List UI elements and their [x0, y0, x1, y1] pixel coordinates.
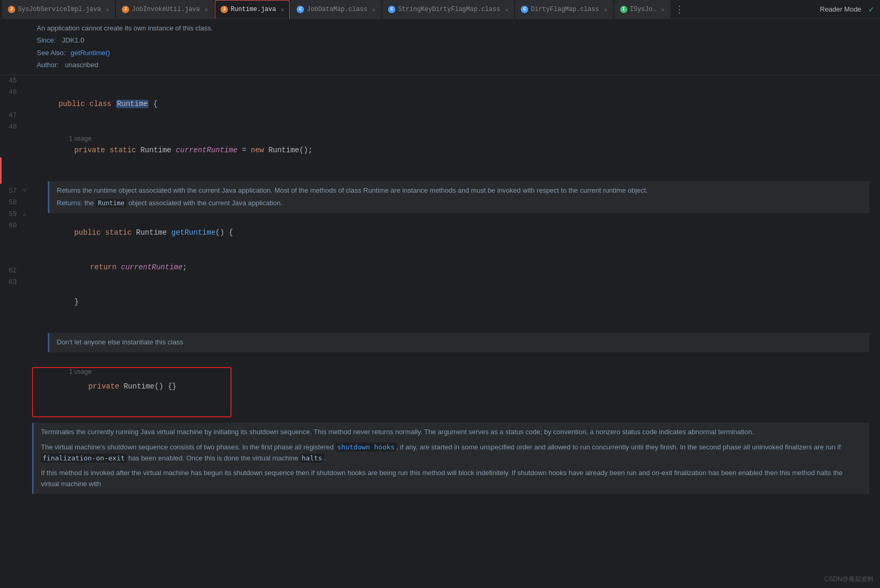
code-scroll-area: 45 46 47 48 57 ▽: [0, 75, 880, 496]
author-label: Author:: [37, 61, 59, 69]
tab-icon-isysjob: I: [620, 6, 627, 13]
tab-close-stringkey[interactable]: ✕: [505, 6, 509, 13]
tab-close-jobdata[interactable]: ✕: [372, 6, 376, 13]
tab-close-sysjob[interactable]: ✕: [106, 6, 109, 13]
code-line-57: public static Runtime getRuntime() {: [32, 215, 880, 250]
type-runtime-47: Runtime: [140, 146, 175, 154]
tab-runtime[interactable]: J Runtime.java ✕: [215, 0, 290, 19]
code-line-59: }: [32, 285, 880, 319]
see-also-link[interactable]: getRuntime(): [71, 49, 110, 57]
tab-close-runtime[interactable]: ✕: [281, 6, 285, 13]
line-num-47: 47: [0, 110, 21, 121]
tab-close-jobinvoke[interactable]: ✕: [205, 6, 208, 13]
line-entry-usage1: [0, 98, 29, 110]
tab-icon-dirtyflag: C: [521, 6, 528, 13]
close-brace-59: }: [74, 298, 78, 306]
tab-close-dirtyflag[interactable]: ✕: [604, 6, 607, 13]
tab-label-stringkey: StringKeyDirtyFlagMap.class: [398, 6, 500, 13]
shutdown-hooks-ref: shutdown hooks: [336, 443, 396, 452]
finalization-ref: finalization-on-exit: [41, 454, 127, 463]
kw-static-57: static: [105, 228, 136, 237]
doc-p3: If this method is invoked after the virt…: [41, 468, 862, 490]
line-entry-46: 46: [0, 87, 29, 98]
kw-public-57: public: [74, 228, 105, 237]
constructor-highlight-box: private Runtime() {}: [32, 367, 232, 417]
line-entry-doc1: [0, 133, 29, 185]
kw-static-47: static: [110, 146, 141, 154]
line-entry-60: 60: [0, 220, 29, 232]
tab-icon-stringkey: C: [388, 6, 395, 13]
punct-parens-47: ();: [299, 146, 312, 154]
line-num-57: 57: [0, 185, 21, 197]
line-num-59: 59: [0, 208, 21, 220]
tab-bar: J SysJobServiceImpl.java ✕ J JobInvokeUt…: [0, 0, 880, 19]
tab-isysjob[interactable]: I ISysJo… ✕: [614, 0, 671, 19]
line-num-62: 62: [0, 265, 21, 277]
tab-jobdata[interactable]: C JobDataMap.class ✕: [291, 0, 381, 19]
runtime-code-ref: Runtime: [96, 199, 127, 207]
tab-jobinvoke[interactable]: J JobInvokeUtil.java ✕: [116, 0, 214, 19]
keyword-public: public: [58, 100, 89, 108]
type-runtime-new: Runtime: [268, 146, 299, 154]
code-line-45: [32, 75, 880, 87]
tab-overflow-button[interactable]: ⋮: [672, 4, 687, 15]
kw-new-47: new: [251, 146, 269, 154]
tab-stringkey[interactable]: C StringKeyDirtyFlagMap.class ✕: [382, 0, 514, 19]
tab-close-isysjob[interactable]: ✕: [661, 6, 665, 13]
doc-block-2: Don't let anyone else instantiate this c…: [48, 333, 869, 352]
see-also-label: See Also:: [37, 49, 66, 57]
tab-icon-sysjob: J: [8, 6, 15, 13]
line-entry-usage2: [0, 254, 29, 265]
doc-p2: The virtual machine's shutdown sequence …: [41, 442, 862, 464]
doc-block-3: Terminates the currently running Java vi…: [32, 423, 869, 494]
punct-assign-47: =: [237, 146, 250, 154]
code-line-47: private static Runtime currentRuntime = …: [32, 133, 880, 167]
line-entry-58: 58: [0, 197, 29, 208]
doc-block-2-text: Don't let anyone else instantiate this c…: [57, 337, 862, 348]
tab-label-jobdata: JobDataMap.class: [307, 6, 367, 13]
line-entry-47: 47: [0, 110, 29, 121]
tab-label-runtime: Runtime.java: [231, 6, 276, 13]
gutter-icon-59[interactable]: △: [21, 208, 28, 220]
doc-block-1-text: Returns the runtime object associated wi…: [57, 185, 862, 196]
tab-label-isysjob: ISysJo…: [630, 6, 656, 13]
kw-private-47: private: [74, 146, 109, 154]
since-label: Since:: [37, 36, 56, 44]
returns-label: Returns:: [57, 199, 85, 207]
line-gutter: 45 46 47 48 57 ▽: [0, 75, 29, 496]
code-line-48: [32, 167, 880, 179]
doc-header-line1: An application cannot create its own ins…: [37, 22, 873, 34]
punct-58: ;: [183, 263, 187, 271]
class-open-brace: {: [149, 100, 158, 108]
tab-sysjob[interactable]: J SysJobServiceImpl.java ✕: [2, 0, 115, 19]
var-currentRuntime-58: currentRuntime: [121, 263, 183, 271]
class-name-runtime: Runtime: [116, 100, 149, 108]
gutter-icon-57[interactable]: ▽: [21, 185, 28, 197]
tab-dirtyflag[interactable]: C DirtyFlagMap.class ✕: [515, 0, 613, 19]
type-runtime-62: Runtime: [123, 382, 154, 391]
line-num-45: 45: [0, 75, 21, 87]
line-num-46: 46: [0, 87, 21, 98]
reader-mode-check[interactable]: ✓: [868, 4, 874, 15]
tab-label-jobinvoke: JobInvokeUtil.java: [132, 6, 200, 13]
punct-57: () {: [215, 228, 233, 237]
doc-block-1-returns: Returns: the Runtime object associated w…: [57, 198, 862, 209]
line-entry-45: 45: [0, 75, 29, 87]
tab-label-sysjob: SysJobServiceImpl.java: [18, 6, 101, 13]
line-num-58: 58: [0, 197, 21, 208]
line-num-63: 63: [0, 277, 21, 288]
line-entry-doc2: [0, 232, 29, 254]
doc-block-1: Returns the runtime object associated wi…: [48, 181, 869, 214]
var-currentRuntime: currentRuntime: [176, 146, 238, 154]
tab-label-dirtyflag: DirtyFlagMap.class: [531, 6, 599, 13]
kw-return-58: return: [90, 263, 121, 271]
usage-hint-2: 1 usage: [32, 354, 880, 366]
since-value: JDK1.0: [62, 36, 85, 44]
line-num-60: 60: [0, 220, 21, 232]
line-entry-62: 62: [0, 265, 29, 277]
scroll-position-indicator: [0, 158, 2, 184]
usage-hint-1: 1 usage: [32, 121, 880, 133]
line-entry-48: 48: [0, 121, 29, 133]
code-line-63: [37, 404, 226, 415]
method-getRuntime: getRuntime: [171, 228, 215, 237]
